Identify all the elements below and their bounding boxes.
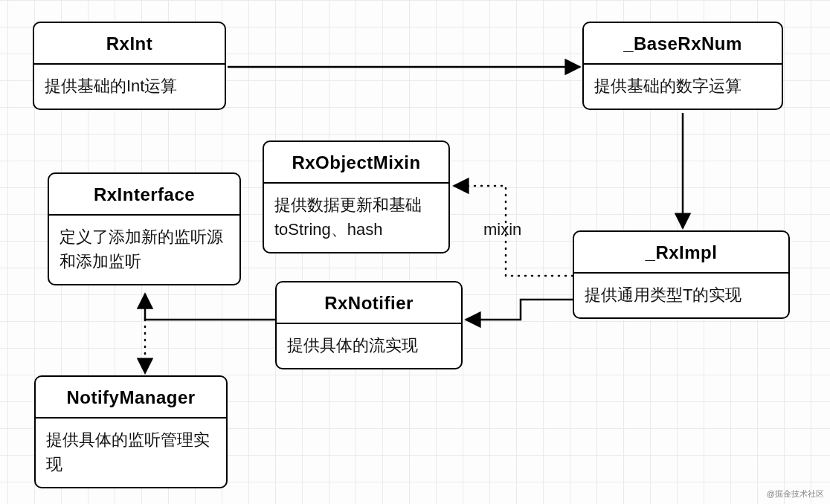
node-rxinterface-desc: 定义了添加新的监听源和添加监听 bbox=[49, 216, 239, 284]
node-notifymanager: NotifyManager 提供具体的监听管理实现 bbox=[34, 375, 228, 488]
node-baserxnum-title: _BaseRxNum bbox=[584, 23, 782, 65]
node-rximpl-title: _RxImpl bbox=[574, 232, 788, 274]
node-rximpl-desc: 提供通用类型T的实现 bbox=[574, 274, 788, 317]
edge-rxnotifier-to-rxinterface bbox=[145, 294, 275, 320]
node-rximpl: _RxImpl 提供通用类型T的实现 bbox=[573, 230, 790, 319]
watermark: @掘金技术社区 bbox=[767, 488, 824, 500]
node-rxint: RxInt 提供基础的Int运算 bbox=[33, 22, 226, 110]
node-rxint-desc: 提供基础的Int运算 bbox=[34, 65, 225, 109]
node-rxnotifier-desc: 提供具体的流实现 bbox=[277, 324, 461, 368]
node-rxint-title: RxInt bbox=[34, 23, 225, 65]
node-rxobjectmixin-desc: 提供数据更新和基础toString、hash bbox=[264, 184, 448, 252]
edge-label-mixin: mixin bbox=[483, 220, 521, 239]
edge-rximpl-to-rxnotifier bbox=[466, 300, 573, 320]
node-rxinterface: RxInterface 定义了添加新的监听源和添加监听 bbox=[48, 172, 241, 285]
node-notifymanager-title: NotifyManager bbox=[36, 377, 226, 419]
node-rxobjectmixin-title: RxObjectMixin bbox=[264, 142, 448, 184]
node-baserxnum: _BaseRxNum 提供基础的数字运算 bbox=[582, 22, 783, 110]
node-baserxnum-desc: 提供基础的数字运算 bbox=[584, 65, 782, 109]
node-rxnotifier-title: RxNotifier bbox=[277, 282, 461, 324]
node-rxnotifier: RxNotifier 提供具体的流实现 bbox=[275, 281, 463, 369]
node-rxinterface-title: RxInterface bbox=[49, 174, 239, 216]
node-notifymanager-desc: 提供具体的监听管理实现 bbox=[36, 419, 226, 487]
node-rxobjectmixin: RxObjectMixin 提供数据更新和基础toString、hash bbox=[263, 140, 450, 253]
